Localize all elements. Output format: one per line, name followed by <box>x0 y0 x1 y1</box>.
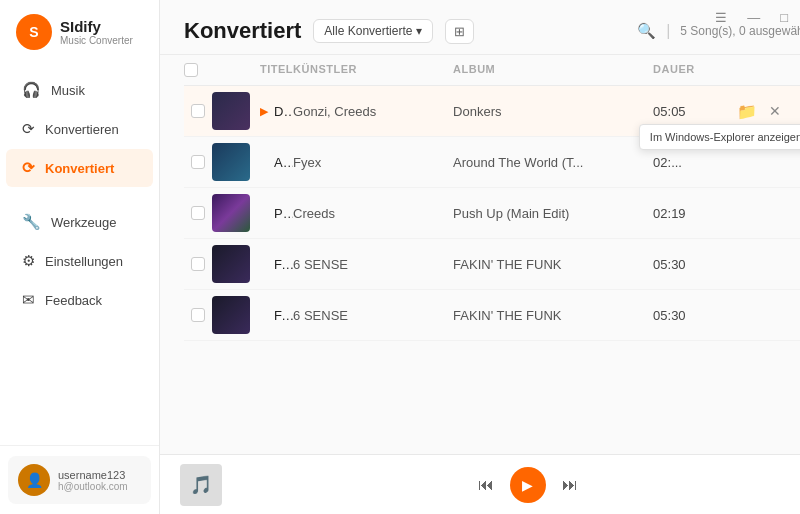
col-title: TITEL <box>260 63 293 77</box>
track-album-2: Around The World (T... <box>453 155 653 170</box>
player-thumbnail: 🎵 <box>180 464 222 506</box>
sidebar-label-musik: Musik <box>51 83 85 98</box>
title-cell-1: ▶ Donkers - Original Mix <box>260 104 293 119</box>
play-icon: ▶ <box>522 477 533 493</box>
table-header: TITEL KÜNSTLER ALBUM DAUER <box>184 55 800 86</box>
duration-cell-2: 02:... <box>653 155 733 170</box>
track-artist-1: Gonzi, Creeds <box>293 104 453 119</box>
sidebar-item-konvertiert[interactable]: ⟳ Konvertiert <box>6 149 153 187</box>
titlebar: ☰ — □ ✕ <box>697 0 800 35</box>
track-title-1: Donkers - Original Mix <box>274 104 293 119</box>
user-email: h@outlook.com <box>58 481 128 492</box>
track-artist-2: Fyex <box>293 155 453 170</box>
track-thumbnail-3 <box>212 194 250 232</box>
grid-view-button[interactable]: ⊞ <box>445 19 474 44</box>
sidebar-item-konvertieren[interactable]: ⟳ Konvertieren <box>6 110 153 148</box>
duration-cell-1: 05:05 <box>653 104 733 119</box>
title-cell-2: ▶ Around The World - Techno R... <box>260 155 293 170</box>
row-actions-1: 📁 ✕ Im Windows-Explorer anzeigen <box>733 100 800 123</box>
col-actions <box>733 63 800 77</box>
title-cell-5: ▶ FAKIN' THE FUNK <box>260 308 293 323</box>
col-checkbox <box>184 63 212 77</box>
next-button[interactable]: ⏭ <box>562 476 578 494</box>
title-cell-3: ▶ Push Up - Main Edit <box>260 206 293 221</box>
user-name: username123 <box>58 469 128 481</box>
app-subtitle: Music Converter <box>60 35 133 46</box>
player-controls: ⏮ ▶ ⏭ <box>478 467 578 503</box>
avatar: 👤 <box>18 464 50 496</box>
player-bar: 🎵 ⏮ ▶ ⏭ <box>160 454 800 514</box>
track-album-4: FAKIN' THE FUNK <box>453 257 653 272</box>
col-album: ALBUM <box>453 63 653 77</box>
sidebar-item-werkzeuge[interactable]: 🔧 Werkzeuge <box>6 203 153 241</box>
col-thumb <box>212 63 260 77</box>
filter-label: Alle Konvertierte <box>324 24 412 38</box>
app-name: SIdify <box>60 18 133 35</box>
track-title-2: Around The World - Techno R... <box>274 155 293 170</box>
track-duration-1: 05:05 <box>653 104 686 119</box>
track-table: TITEL KÜNSTLER ALBUM DAUER ▶ Donkers - O… <box>160 55 800 454</box>
sidebar-item-einstellungen[interactable]: ⚙ Einstellungen <box>6 242 153 280</box>
settings-icon: ⚙ <box>22 252 35 270</box>
page-title: Konvertiert <box>184 18 301 44</box>
sidebar-item-feedback[interactable]: ✉ Feedback <box>6 281 153 319</box>
play-track-icon-1[interactable]: ▶ <box>260 105 268 118</box>
remove-track-button-1[interactable]: ✕ <box>765 101 785 121</box>
headphone-icon: 🎧 <box>22 81 41 99</box>
konvertiert-icon: ⟳ <box>22 159 35 177</box>
convert-icon: ⟳ <box>22 120 35 138</box>
open-folder-button-1[interactable]: 📁 <box>733 100 761 123</box>
track-artist-4: 6 SENSE <box>293 257 453 272</box>
filter-dropdown[interactable]: Alle Konvertierte ▾ <box>313 19 433 43</box>
row-checkbox-3[interactable] <box>184 206 212 220</box>
track-title-3: Push Up - Main Edit <box>274 206 293 221</box>
track-duration-4: 05:30 <box>653 257 686 272</box>
track-album-1: Donkers <box>453 104 653 119</box>
sidebar-label-feedback: Feedback <box>45 293 102 308</box>
select-all-checkbox[interactable] <box>184 63 198 77</box>
user-card[interactable]: 👤 username123 h@outlook.com <box>8 456 151 504</box>
logo-text: SIdify Music Converter <box>60 18 133 46</box>
track-album-3: Push Up (Main Edit) <box>453 206 653 221</box>
minimize-button[interactable]: — <box>741 8 766 27</box>
table-row[interactable]: ▶ FAKIN' THE FUNK 6 SENSE FAKIN' THE FUN… <box>184 239 800 290</box>
duration-cell-3: 02:19 <box>653 206 733 221</box>
menu-button[interactable]: ☰ <box>709 8 733 27</box>
tools-icon: 🔧 <box>22 213 41 231</box>
track-title-4: FAKIN' THE FUNK <box>274 257 293 272</box>
feedback-icon: ✉ <box>22 291 35 309</box>
sidebar-nav: 🎧 Musik ⟳ Konvertieren ⟳ Konvertiert 🔧 W… <box>0 60 159 445</box>
logo-area: S SIdify Music Converter <box>0 0 159 60</box>
table-row[interactable]: ▶ FAKIN' THE FUNK 6 SENSE FAKIN' THE FUN… <box>184 290 800 341</box>
music-note-icon: 🎵 <box>190 474 212 496</box>
row-checkbox-2[interactable] <box>184 155 212 169</box>
play-pause-button[interactable]: ▶ <box>510 467 546 503</box>
search-icon[interactable]: 🔍 <box>637 22 656 40</box>
row-checkbox-4[interactable] <box>184 257 212 271</box>
col-duration: DAUER <box>653 63 733 77</box>
track-thumbnail-5 <box>212 296 250 334</box>
track-thumbnail-2 <box>212 143 250 181</box>
track-duration-3: 02:19 <box>653 206 686 221</box>
chevron-down-icon: ▾ <box>416 24 422 38</box>
previous-button[interactable]: ⏮ <box>478 476 494 494</box>
sidebar-label-konvertieren: Konvertieren <box>45 122 119 137</box>
track-thumbnail-1 <box>212 92 250 130</box>
row-checkbox-5[interactable] <box>184 308 212 322</box>
separator: | <box>666 22 670 40</box>
sidebar-footer: 👤 username123 h@outlook.com <box>0 445 159 514</box>
track-album-5: FAKIN' THE FUNK <box>453 308 653 323</box>
track-duration-5: 05:30 <box>653 308 686 323</box>
sidebar-label-werkzeuge: Werkzeuge <box>51 215 117 230</box>
maximize-button[interactable]: □ <box>774 8 794 27</box>
sidebar: S SIdify Music Converter 🎧 Musik ⟳ Konve… <box>0 0 160 514</box>
track-artist-3: Creeds <box>293 206 453 221</box>
table-row[interactable]: ▶ Push Up - Main Edit Creeds Push Up (Ma… <box>184 188 800 239</box>
row-checkbox-1[interactable] <box>184 104 212 118</box>
table-row[interactable]: ▶ Donkers - Original Mix Gonzi, Creeds D… <box>184 86 800 137</box>
duration-cell-4: 05:30 <box>653 257 733 272</box>
title-cell-4: ▶ FAKIN' THE FUNK <box>260 257 293 272</box>
sidebar-item-musik[interactable]: 🎧 Musik <box>6 71 153 109</box>
main-content: ☰ — □ ✕ Konvertiert Alle Konvertierte ▾ … <box>160 0 800 514</box>
user-info: username123 h@outlook.com <box>58 469 128 492</box>
